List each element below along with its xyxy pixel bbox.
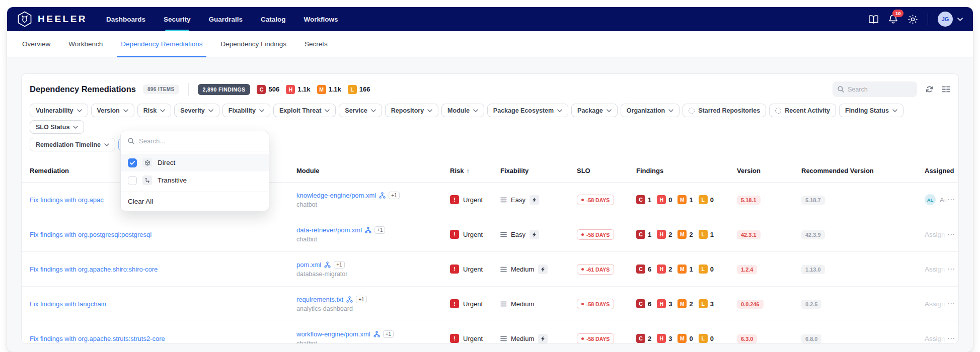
tab-overview[interactable]: Overview [22, 31, 50, 57]
filter-chip[interactable]: Service [339, 104, 382, 117]
tab-workbench[interactable]: Workbench [68, 31, 103, 57]
filter-chip[interactable]: Exploit Threat [273, 104, 336, 117]
recommended-version-badge: 5.18.7 [801, 196, 825, 205]
nav-item-dashboards[interactable]: Dashboards [106, 7, 145, 31]
col-module[interactable]: Module [296, 167, 450, 174]
filter-chip[interactable]: Package [571, 104, 618, 117]
brand-logo[interactable]: HEELER [17, 11, 87, 27]
col-slo[interactable]: SLO [577, 167, 636, 174]
fixability-label: Medium [511, 300, 534, 308]
medium-badge: M [677, 265, 687, 274]
table-row: Fix findings with org.postgresql:postgre… [22, 217, 958, 252]
autofix-bolt-icon [530, 230, 539, 239]
remediation-link[interactable]: Fix findings with org.apac [30, 196, 104, 204]
col-fixability[interactable]: Fixability [500, 167, 577, 174]
module-extra-badge[interactable]: +1 [334, 261, 344, 269]
module-extra-badge[interactable]: +1 [356, 296, 366, 303]
classification-dropdown: Direct Transitive Clear All [120, 131, 269, 211]
slo-badge: -61 DAYS [577, 264, 614, 275]
user-menu[interactable]: JG [938, 12, 963, 27]
remediation-link[interactable]: Fix findings with langchain [30, 300, 106, 308]
chevron-down-icon [160, 109, 165, 112]
low-badge: L [699, 299, 708, 308]
refresh-button[interactable] [926, 85, 933, 93]
autofix-bolt-icon [538, 334, 548, 343]
module-link[interactable]: pom.xml [296, 261, 321, 269]
nav-item-guardrails[interactable]: Guardrails [208, 7, 243, 31]
col-recommended-version[interactable]: Recommended Version [801, 167, 925, 174]
col-assigned[interactable]: Assigned [925, 167, 959, 174]
fixability-label: Medium [511, 335, 534, 342]
fixability-bars-icon [500, 336, 507, 341]
nav-item-workflows[interactable]: Workflows [304, 7, 338, 31]
filter-chip-icon [689, 108, 695, 114]
settings-button[interactable] [908, 14, 918, 25]
dropdown-search [121, 131, 269, 151]
module-link[interactable]: workflow-engine/pom.xml [296, 330, 370, 338]
module-link[interactable]: knowledge-engine/pom.xml [296, 192, 376, 199]
chevron-down-icon [371, 109, 376, 112]
filter-chip[interactable]: Fixability [222, 104, 270, 117]
page-title: Dependency Remediations [30, 84, 136, 94]
remediation-link[interactable]: Fix findings with org.postgresql:postgre… [30, 231, 152, 238]
filter-chip[interactable]: SLO Status [30, 120, 84, 134]
column-settings-button[interactable] [942, 86, 950, 93]
row-actions-button[interactable]: ⋯ [947, 334, 955, 343]
module-extra-badge[interactable]: +1 [383, 330, 394, 338]
module-link[interactable]: data-retriever/pom.xml [296, 226, 362, 234]
low-badge: L [699, 195, 708, 204]
search-input[interactable] [848, 86, 912, 93]
filter-chip[interactable]: Recent Activity [769, 104, 836, 117]
option-checkbox[interactable] [128, 176, 137, 185]
chevron-down-icon [325, 109, 330, 112]
filter-chip[interactable]: Severity [174, 104, 219, 117]
nav-item-catalog[interactable]: Catalog [261, 7, 286, 31]
row-actions-button[interactable]: ⋯ [947, 299, 955, 308]
col-findings[interactable]: Findings [636, 167, 737, 174]
nav-item-security[interactable]: Security [164, 7, 190, 31]
dropdown-option[interactable]: Transitive [121, 171, 269, 189]
current-version-badge: 0.0.246 [737, 300, 764, 309]
remediation-link[interactable]: Fix findings with org.apache.shiro:shiro… [30, 266, 158, 273]
filter-chip[interactable]: Remediation Timeline [30, 138, 115, 151]
col-risk[interactable]: Risk↑ [450, 167, 500, 174]
critical-count: C 506 [257, 85, 279, 94]
filter-chip[interactable]: Module [441, 104, 484, 117]
critical-badge: C [636, 195, 645, 204]
high-badge: H [657, 265, 666, 274]
row-actions-button[interactable]: ⋯ [947, 230, 955, 239]
dropdown-search-input[interactable] [139, 137, 262, 145]
remediation-link[interactable]: Fix findings with org.apache.struts:stru… [30, 335, 165, 342]
fork-icon [379, 192, 386, 199]
filter-chip[interactable]: Version [91, 104, 134, 117]
main-nav: Dashboards Security Guardrails Catalog W… [106, 7, 338, 31]
filter-chip[interactable]: Repository [385, 104, 438, 117]
filter-chip[interactable]: Organization [621, 104, 680, 117]
tab-secrets[interactable]: Secrets [305, 31, 328, 57]
row-actions-button[interactable]: ⋯ [947, 195, 955, 204]
critical-badge: C [636, 334, 645, 343]
slo-badge: -58 DAYS [577, 229, 614, 240]
docs-button[interactable] [868, 15, 879, 24]
recommended-version-badge: 0.2.5 [801, 300, 821, 309]
filter-chip[interactable]: Vulnerability [30, 104, 88, 117]
clear-all-button[interactable]: Clear All [121, 192, 269, 211]
chevron-down-icon [557, 109, 562, 112]
col-version[interactable]: Version [737, 167, 801, 174]
module-link[interactable]: requirements.txt [296, 296, 343, 303]
tab-dependency-findings[interactable]: Dependency Findings [220, 31, 286, 57]
row-actions-button[interactable]: ⋯ [947, 265, 955, 274]
dropdown-option[interactable]: Direct [121, 154, 269, 171]
filter-chip[interactable]: Risk [137, 104, 171, 117]
slo-dot-icon [581, 268, 584, 271]
tab-dependency-remediations[interactable]: Dependency Remediations [121, 31, 202, 57]
option-checkbox[interactable] [128, 158, 137, 167]
module-extra-badge[interactable]: +1 [389, 192, 399, 199]
assignee-avatar: AL [925, 194, 936, 205]
filter-chip[interactable]: Finding Status [839, 104, 903, 117]
filter-chip[interactable]: Starred Repositories [683, 104, 766, 117]
module-extra-badge[interactable]: +1 [374, 226, 385, 234]
filter-chip[interactable]: Package Ecosystem [487, 104, 568, 117]
notifications-button[interactable]: 10 [888, 14, 898, 25]
high-badge: H [657, 230, 666, 239]
